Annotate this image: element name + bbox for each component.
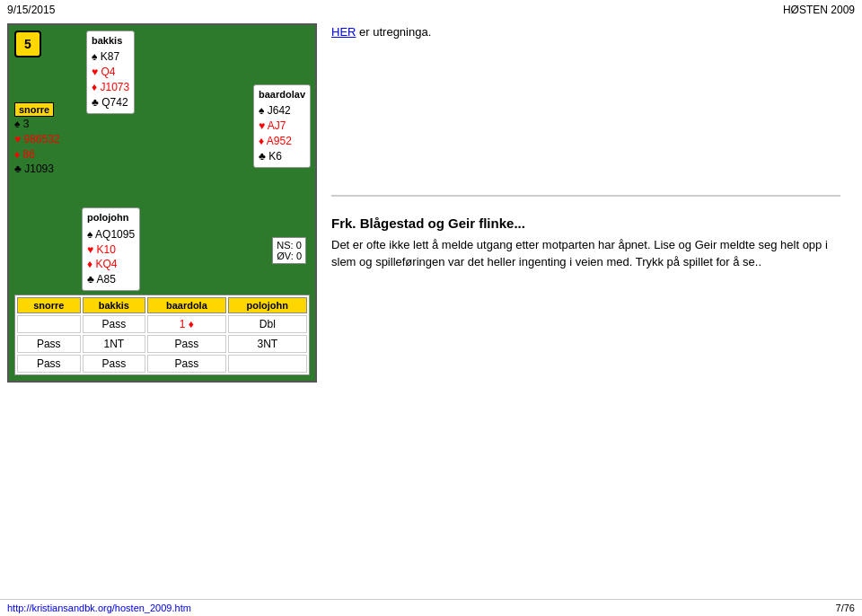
scores-box: NS: 0 ØV: 0 — [272, 237, 306, 264]
south-hand: polojohn ♠ AQ1095 ♥ K10 ♦ KQ4 ♣ A85 — [82, 207, 140, 291]
bidding-header-snorre: snorre — [17, 297, 81, 313]
page-header: 9/15/2015 HØSTEN 2009 — [0, 0, 862, 20]
east-label: baardolav — [259, 88, 305, 101]
title-label: HØSTEN 2009 — [783, 4, 855, 16]
west-hand: snorre ♠ 3 ♥ 986532 ♦ 86 ♣ J1093 — [14, 102, 60, 177]
north-label: bakkis — [92, 34, 129, 48]
bidding-header-baardola: baardola — [147, 297, 226, 313]
table-row: Pass 1 ♦ Dbl — [17, 315, 307, 333]
bidding-header-polojohn: polojohn — [228, 297, 307, 313]
south-label: polojohn — [87, 211, 135, 224]
article-body: Det er ofte ikke lett å melde utgang ett… — [331, 236, 840, 271]
bidding-table: snorre bakkis baardola polojohn Pass 1 ♦… — [14, 295, 310, 375]
table-row: Pass 1NT Pass 3NT — [17, 335, 307, 353]
west-label: snorre — [14, 102, 54, 117]
north-hand: bakkis ♠ K87 ♥ Q4 ♦ J1073 ♣ Q742 — [86, 31, 135, 114]
date-label: 9/15/2015 — [7, 4, 55, 16]
her-link-line: HER er utregninga. — [331, 23, 840, 41]
bridge-area: 5 bakkis ♠ K87 ♥ Q4 ♦ J1073 ♣ Q742 snorr… — [7, 23, 317, 383]
right-panel: HER er utregninga. Frk. Blågestad og Gei… — [317, 23, 855, 383]
article-title: Frk. Blågestad og Geir flinke... — [331, 216, 840, 231]
her-link[interactable]: HER — [331, 25, 356, 39]
east-hand: baardolav ♠ J642 ♥ AJ7 ♦ A952 ♣ K6 — [253, 84, 311, 168]
bidding-header-bakkis: bakkis — [83, 297, 146, 313]
table-row: Pass Pass Pass — [17, 355, 307, 373]
